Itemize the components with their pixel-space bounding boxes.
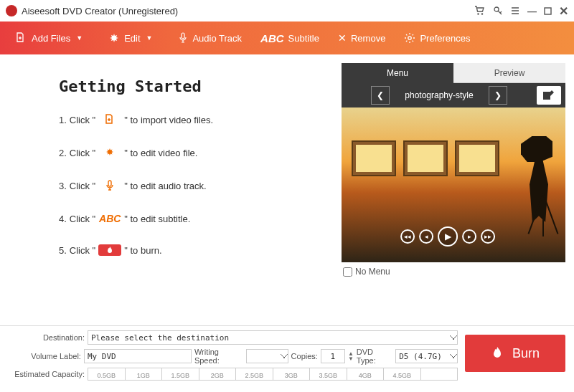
playback-controls: ◂◂ ◂ ▶ ▸ ▸▸	[400, 226, 495, 247]
add-file-icon	[14, 32, 27, 44]
capacity-tick: 3GB	[273, 368, 311, 380]
app-logo-icon	[6, 5, 17, 16]
burn-button[interactable]: Burn	[465, 335, 565, 372]
capacity-bar: 0.5GB1GB1.5GB2GB2.5GB3GB3.5GB4GB4.5GB	[88, 368, 458, 381]
capacity-tick	[421, 368, 458, 380]
destination-select[interactable]: Please select the destination	[88, 330, 458, 345]
svg-line-4	[500, 11, 502, 13]
next-style-button[interactable]: ❯	[489, 86, 507, 105]
rewind-button[interactable]: ◂	[419, 229, 433, 244]
subtitle-icon: ABC	[98, 211, 121, 226]
style-nav: ❮ photography-style ❯	[346, 86, 532, 105]
burn-icon	[491, 346, 504, 360]
chevron-down-icon: ▼	[146, 34, 153, 42]
cart-icon[interactable]	[474, 6, 486, 16]
burn-label: Burn	[512, 346, 540, 361]
preview-frames	[353, 142, 498, 175]
capacity-tick: 4.5GB	[384, 368, 421, 380]
getting-started-panel: Getting Started 1. Click " " to import v…	[9, 63, 336, 325]
svg-point-12	[408, 37, 411, 39]
add-files-button[interactable]: Add Files ▼	[10, 29, 94, 47]
no-menu-checkbox[interactable]: No Menu	[342, 262, 565, 281]
dvd-type-select[interactable]: D5 (4.7G)	[395, 349, 458, 363]
edit-icon	[98, 145, 121, 160]
maximize-button[interactable]	[544, 7, 552, 15]
capacity-tick: 2GB	[199, 368, 237, 380]
subtitle-icon: ABC	[260, 32, 284, 44]
capacity-tick: 4GB	[347, 368, 385, 380]
edit-button[interactable]: Edit ▼	[104, 29, 164, 47]
copies-label: Copies:	[291, 352, 318, 360]
bottom-panel: Destination: Please select the destinati…	[0, 325, 574, 383]
copies-down-button[interactable]: ▼	[348, 356, 354, 361]
key-icon[interactable]	[493, 6, 503, 16]
skip-back-button[interactable]: ◂◂	[400, 229, 415, 244]
svg-rect-15	[108, 181, 111, 186]
style-name: photography-style	[392, 90, 486, 100]
capacity-tick: 0.5GB	[88, 368, 126, 380]
microphone-icon	[178, 32, 188, 44]
menu-preview: ◂◂ ◂ ▶ ▸ ▸▸	[342, 107, 565, 262]
no-menu-input[interactable]	[343, 267, 352, 277]
frame-slot	[456, 142, 498, 175]
no-menu-label: No Menu	[355, 267, 390, 277]
volume-label-input[interactable]	[84, 349, 192, 363]
burn-icon	[98, 244, 121, 256]
forward-button[interactable]: ▸	[462, 229, 476, 244]
tab-preview[interactable]: Preview	[453, 63, 565, 83]
tab-menu[interactable]: Menu	[342, 63, 453, 83]
menu-icon[interactable]	[510, 6, 520, 16]
prev-style-button[interactable]: ❮	[371, 86, 390, 105]
main-toolbar: Add Files ▼ Edit ▼ Audio Track ABC Subti…	[0, 21, 574, 54]
capacity-row: Estimated Capacity: 0.5GB1GB1.5GB2GB2.5G…	[9, 368, 458, 381]
writing-speed-select[interactable]	[246, 349, 288, 363]
capacity-tick: 3.5GB	[310, 368, 347, 380]
gear-icon	[404, 32, 415, 44]
window-controls: — ✕	[474, 4, 568, 18]
tripod-silhouette	[542, 193, 544, 236]
titlebar: Aiseesoft DVD Creator (Unregistered) — ✕	[0, 0, 574, 21]
copies-input[interactable]	[321, 349, 345, 363]
step-burn: 5. Click " " to burn.	[59, 244, 329, 256]
content-area: Getting Started 1. Click " " to import v…	[0, 54, 574, 325]
preferences-button[interactable]: Preferences	[400, 29, 474, 47]
writing-speed-label: Writing Speed:	[194, 348, 244, 365]
chevron-down-icon: ▼	[76, 34, 83, 42]
svg-point-1	[481, 13, 483, 14]
svg-point-0	[477, 13, 479, 14]
subtitle-label: Subtitle	[288, 33, 319, 44]
svg-rect-8	[545, 8, 551, 14]
minimize-button[interactable]: —	[527, 6, 537, 16]
microphone-icon	[98, 178, 121, 193]
burn-parameters: Destination: Please select the destinati…	[9, 330, 458, 378]
capacity-label: Estimated Capacity:	[9, 370, 85, 378]
svg-rect-11	[182, 33, 184, 39]
menu-style-bar: ❮ photography-style ❯	[342, 83, 565, 107]
subtitle-button[interactable]: ABC Subtitle	[256, 29, 324, 47]
audio-track-button[interactable]: Audio Track	[174, 29, 246, 47]
edit-menu-button[interactable]	[537, 86, 561, 105]
edit-icon	[108, 32, 120, 44]
menu-preview-panel: Menu Preview ❮ photography-style ❯ ◂◂	[342, 63, 565, 325]
remove-button[interactable]: ✕ Remove	[334, 29, 390, 47]
destination-label: Destination:	[9, 333, 85, 342]
skip-forward-button[interactable]: ▸▸	[481, 229, 495, 244]
play-button[interactable]: ▶	[438, 226, 458, 247]
preferences-label: Preferences	[420, 33, 470, 44]
destination-row: Destination: Please select the destinati…	[9, 330, 458, 345]
edit-label: Edit	[124, 33, 140, 44]
step-subtitle: 4. Click " ABC " to edit subtitle.	[59, 211, 329, 226]
window-title: Aiseesoft DVD Creator (Unregistered)	[22, 6, 474, 16]
getting-started-heading: Getting Started	[59, 77, 329, 95]
close-button[interactable]: ✕	[559, 4, 568, 18]
dvd-type-label: DVD Type:	[357, 348, 392, 365]
volume-row: Volume Label: Writing Speed: Copies: ▲▼ …	[9, 348, 458, 365]
preview-tabs: Menu Preview	[342, 63, 565, 83]
add-file-icon	[98, 113, 121, 127]
step-audio: 3. Click " " to edit audio track.	[59, 178, 329, 193]
remove-icon: ✕	[338, 32, 347, 44]
frame-slot	[405, 142, 446, 175]
remove-label: Remove	[351, 33, 385, 44]
capacity-tick: 1GB	[126, 368, 163, 380]
step-import: 1. Click " " to import video files.	[59, 113, 329, 127]
